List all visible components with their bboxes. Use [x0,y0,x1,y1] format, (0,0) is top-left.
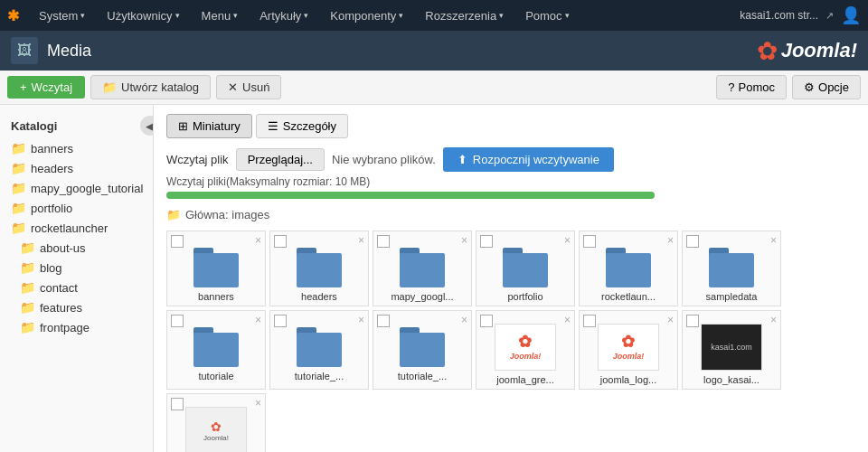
path-bar: 📁 Główna: images [166,208,855,221]
folder-thumbnail [709,248,754,287]
delete-icon: ✕ [228,80,238,94]
nav-system[interactable]: System ▾ [30,4,94,28]
close-icon[interactable]: × [255,234,261,247]
folder-icon: 📁 [20,320,35,334]
file-checkbox[interactable] [171,235,184,248]
sidebar-toggle[interactable]: ◀ [140,116,154,136]
close-icon[interactable]: × [770,314,777,326]
file-item-headers[interactable]: × headers [269,231,369,306]
file-name: joomla_gre... [480,374,571,385]
file-checkbox[interactable] [686,315,699,327]
file-checkbox[interactable] [377,235,390,248]
list-icon: ☰ [268,119,278,133]
file-checkbox[interactable] [583,315,596,327]
file-checkbox[interactable] [480,235,493,248]
folder-icon: 📁 [11,161,26,175]
file-item-logo-kasai[interactable]: × kasai1.com logo_kasai... [682,310,781,390]
image-thumbnail: kasai1.com [701,324,762,371]
user-icon[interactable]: 👤 [841,5,861,25]
file-name: banners [171,291,261,302]
close-icon[interactable]: × [461,234,467,247]
close-icon[interactable]: × [667,314,674,326]
upload-button[interactable]: + Wczytaj [7,76,85,99]
chevron-down-icon: ▾ [499,11,504,20]
sidebar-item-frontpage[interactable]: 📁 frontpage [0,317,153,337]
file-checkbox[interactable] [686,235,699,248]
folder-icon: 📁 [102,80,117,94]
main-panel: ⊞ Miniatury ☰ Szczegóły Wczytaj plik Prz… [154,105,868,452]
nav-articles[interactable]: Artykuły ▾ [250,4,317,28]
file-checkbox[interactable] [377,315,390,327]
chevron-down-icon: ▾ [80,11,85,20]
close-icon[interactable]: × [255,314,261,326]
file-checkbox[interactable] [480,315,493,327]
sidebar-item-contact[interactable]: 📁 contact [0,278,153,297]
file-name: portfolio [480,291,571,302]
joomla-logo: ✿ Joomla! [757,36,857,66]
delete-button[interactable]: ✕ Usuń [216,75,281,99]
upload-row: Wczytaj plik Przeglądaj... Nie wybrano p… [166,147,855,172]
close-icon[interactable]: × [770,234,777,247]
sidebar-item-mapy[interactable]: 📁 mapy_google_tutorial [0,178,153,198]
close-icon[interactable]: × [564,314,571,326]
file-checkbox[interactable] [274,315,287,327]
close-icon[interactable]: × [667,234,674,247]
tab-details[interactable]: ☰ Szczegóły [256,114,348,138]
close-icon[interactable]: × [461,314,467,326]
folder-icon: 📁 [20,280,35,295]
file-item-powered-by[interactable]: × ✿ Joomla! powered_by... [166,393,266,452]
path-text: Główna: images [185,208,269,221]
file-checkbox[interactable] [171,315,184,327]
nav-menu[interactable]: Menu ▾ [193,4,248,28]
file-item-joomla-gre[interactable]: × ✿ Joomla! joomla_gre... [476,310,575,390]
file-name: mapy_googl... [377,291,467,302]
file-item-rocketlauncher[interactable]: × rocketlaun... [579,231,678,306]
chevron-down-icon: ▾ [304,11,308,20]
sidebar-item-banners[interactable]: 📁 banners [0,138,153,158]
file-item-portfolio[interactable]: × portfolio [476,231,575,306]
nav-components[interactable]: Komponenty ▾ [321,4,412,28]
file-item-mapy[interactable]: × mapy_googl... [373,231,472,306]
create-folder-button[interactable]: 📁 Utwórz katalog [90,75,211,99]
file-name: tutoriale_... [274,371,364,381]
sidebar-heading: Katalogi [0,112,153,138]
nav-extensions[interactable]: Rozszerzenia ▾ [416,4,513,28]
close-icon[interactable]: × [358,314,364,326]
domain-link[interactable]: kasai1.com str... [740,9,818,22]
file-checkbox[interactable] [274,235,287,248]
sidebar-item-rocketlauncher[interactable]: 📁 rocketlauncher [0,218,153,238]
nav-users[interactable]: Użytkownicy ▾ [98,4,188,28]
file-name: joomla_log... [583,374,674,385]
file-checkbox[interactable] [171,398,184,410]
file-name: rocketlaun... [583,291,674,302]
folder-icon: 📁 [20,300,35,315]
sidebar-item-about-us[interactable]: 📁 about-us [0,238,153,258]
file-item-sampledata[interactable]: × sampledata [682,231,781,306]
sidebar-item-blog[interactable]: 📁 blog [0,258,153,278]
file-item-tutoriale[interactable]: × tutoriale [166,310,266,390]
close-icon[interactable]: × [564,234,571,247]
browse-button[interactable]: Przeglądaj... [236,148,325,171]
file-item-joomla-log[interactable]: × ✿ Joomla! joomla_log... [579,310,678,390]
upload-icon: ⬆ [458,153,467,166]
folder-thumbnail [193,327,239,367]
toolbar: + Wczytaj 📁 Utwórz katalog ✕ Usuń ? Pomo… [0,71,868,105]
sidebar-item-portfolio[interactable]: 📁 portfolio [0,198,153,218]
sidebar-item-features[interactable]: 📁 features [0,297,153,317]
close-icon[interactable]: × [255,397,261,410]
folder-icon: 📁 [20,240,35,255]
tab-thumbnails[interactable]: ⊞ Miniatury [166,114,252,138]
file-item-tutoriale2[interactable]: × tutoriale_... [269,310,369,390]
nav-help[interactable]: Pomoc ▾ [516,4,578,28]
start-upload-button[interactable]: ⬆ Rozpocznij wczytywanie [443,147,614,172]
help-button[interactable]: ? Pomoc [716,75,787,99]
file-checkbox[interactable] [583,235,596,248]
options-button[interactable]: ⚙ Opcje [792,75,861,99]
file-item-banners[interactable]: × banners [166,231,266,306]
sidebar-item-headers[interactable]: 📁 headers [0,158,153,178]
file-item-tutoriale3[interactable]: × tutoriale_... [373,310,472,390]
close-icon[interactable]: × [358,234,364,247]
page-title: Media [47,42,91,61]
joomla-brand-icon: ✱ [7,7,19,24]
folder-icon: 📁 [20,260,35,275]
